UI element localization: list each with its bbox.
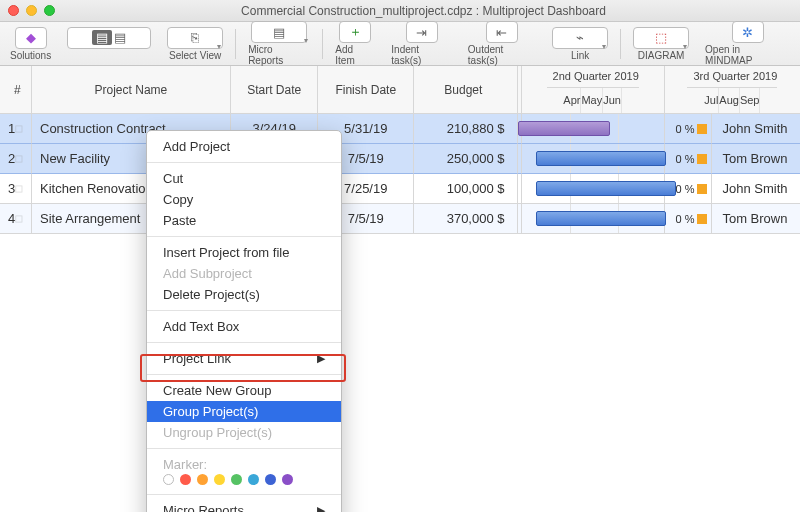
- micro-reports-button[interactable]: ▤ Micro Reports ▾: [244, 21, 314, 66]
- select-view-icon: ⎘: [167, 27, 223, 49]
- marker-none[interactable]: [163, 474, 174, 485]
- marker-green[interactable]: [231, 474, 242, 485]
- toolbar-separator: [322, 29, 323, 59]
- gantt-cell[interactable]: [522, 114, 665, 144]
- owner-cell: John Smith: [712, 174, 800, 204]
- gantt-bar[interactable]: [536, 181, 676, 196]
- table-row[interactable]: 2 New Facility 7/5/19 250,000 $ 0 % Tom …: [0, 144, 800, 174]
- ctx-copy[interactable]: Copy: [147, 189, 341, 210]
- progress-cell: 0 %: [665, 114, 713, 144]
- link-button[interactable]: ⌁ Link ▾: [548, 27, 612, 61]
- mindmap-icon: ✲: [732, 21, 764, 43]
- ctx-marker-colors: [147, 472, 341, 489]
- ctx-delete-project[interactable]: Delete Project(s): [147, 284, 341, 305]
- submenu-arrow-icon: ▶: [317, 504, 325, 512]
- owner-cell: John Smith: [712, 114, 800, 144]
- owner-cell: Tom Brown: [712, 204, 800, 234]
- marker-blue[interactable]: [265, 474, 276, 485]
- diagram-icon: ⬚: [633, 27, 689, 49]
- outdent-button[interactable]: ⇤ Outdent task(s): [464, 21, 540, 66]
- gantt-cell[interactable]: [522, 144, 665, 174]
- table-row[interactable]: 1 Construction Contract 3/24/19 5/31/19 …: [0, 114, 800, 144]
- row-index: 4: [0, 204, 32, 234]
- ctx-micro-reports[interactable]: Micro Reports▶: [147, 500, 341, 512]
- gantt-bar[interactable]: [536, 151, 666, 166]
- flag-icon: [697, 154, 707, 164]
- marker-teal[interactable]: [248, 474, 259, 485]
- row-index: 2: [0, 144, 32, 174]
- marker-purple[interactable]: [282, 474, 293, 485]
- svg-rect-1: [16, 155, 22, 161]
- progress-cell: 0 %: [665, 144, 713, 174]
- minimize-window-icon[interactable]: [26, 5, 37, 16]
- window-title: Commercial Construction_multiproject.cdp…: [55, 4, 792, 18]
- ctx-ungroup-projects: Ungroup Project(s): [147, 422, 341, 443]
- ctx-marker-label: Marker:: [147, 454, 341, 472]
- budget-cell[interactable]: 100,000 $: [414, 174, 518, 204]
- table-row[interactable]: 3 Kitchen Renovation 7/25/19 100,000 $ 0…: [0, 174, 800, 204]
- svg-rect-0: [16, 125, 22, 131]
- chevron-down-icon: ▾: [217, 42, 221, 51]
- row-index: 3: [0, 174, 32, 204]
- solutions-button[interactable]: ◆ Solutions: [6, 27, 55, 61]
- table-row[interactable]: 4 Site Arrangement 7/5/19 370,000 $ 0 % …: [0, 204, 800, 234]
- marker-yellow[interactable]: [214, 474, 225, 485]
- col-header-q2[interactable]: 2nd Quarter 2019 Apr May Jun: [522, 66, 665, 114]
- window-titlebar: Commercial Construction_multiproject.cdp…: [0, 0, 800, 22]
- ctx-paste[interactable]: Paste: [147, 210, 341, 231]
- zoom-window-icon[interactable]: [44, 5, 55, 16]
- ctx-cut[interactable]: Cut: [147, 168, 341, 189]
- ctx-add-textbox[interactable]: Add Text Box: [147, 316, 341, 337]
- col-header-q3[interactable]: 3rd Quarter 2019 Jul Aug Sep: [665, 66, 800, 114]
- marker-red[interactable]: [180, 474, 191, 485]
- ctx-create-group[interactable]: Create New Group: [147, 380, 341, 401]
- flag-icon: [697, 124, 707, 134]
- owner-cell: Tom Brown: [712, 144, 800, 174]
- col-header-name[interactable]: Project Name: [32, 66, 231, 114]
- col-header-budget[interactable]: Budget: [414, 66, 518, 114]
- status-icon: [15, 123, 23, 135]
- ctx-add-subproject: Add Subproject: [147, 263, 341, 284]
- ctx-insert-from-file[interactable]: Insert Project from file: [147, 242, 341, 263]
- marker-orange[interactable]: [197, 474, 208, 485]
- select-view-button[interactable]: ⎘ Select View ▾: [163, 27, 227, 61]
- add-item-button[interactable]: ＋ Add Item: [331, 21, 379, 66]
- status-icon: [15, 153, 23, 165]
- svg-rect-3: [16, 215, 22, 221]
- outdent-icon: ⇤: [486, 21, 518, 43]
- view-mode-button[interactable]: ▤▤: [63, 27, 155, 61]
- open-mindmap-button[interactable]: ✲ Open in MINDMAP: [701, 21, 794, 66]
- context-menu: Add Project Cut Copy Paste Insert Projec…: [146, 130, 342, 512]
- view-mode-icon: ▤▤: [67, 27, 151, 49]
- table-header: # Project Name Start Date Finish Date Bu…: [0, 66, 800, 114]
- status-icon: [15, 213, 23, 225]
- svg-rect-2: [16, 185, 22, 191]
- micro-reports-icon: ▤: [251, 21, 307, 43]
- ctx-project-link[interactable]: Project Link▶: [147, 348, 341, 369]
- gantt-bar[interactable]: [518, 121, 610, 136]
- col-header-index[interactable]: #: [0, 66, 32, 114]
- budget-cell[interactable]: 210,880 $: [414, 114, 518, 144]
- row-index: 1: [0, 114, 32, 144]
- toolbar-separator: [235, 29, 236, 59]
- diagram-button[interactable]: ⬚ DIAGRAM ▾: [629, 27, 693, 61]
- indent-icon: ⇥: [406, 21, 438, 43]
- link-icon: ⌁: [552, 27, 608, 49]
- gantt-cell[interactable]: [522, 204, 665, 234]
- gantt-cell[interactable]: [522, 174, 665, 204]
- gantt-bar[interactable]: [536, 211, 666, 226]
- progress-cell: 0 %: [665, 204, 713, 234]
- submenu-arrow-icon: ▶: [317, 352, 325, 365]
- budget-cell[interactable]: 370,000 $: [414, 204, 518, 234]
- indent-button[interactable]: ⇥ Indent task(s): [387, 21, 456, 66]
- col-header-finish[interactable]: Finish Date: [318, 66, 414, 114]
- ctx-add-project[interactable]: Add Project: [147, 136, 341, 157]
- status-icon: [15, 183, 23, 195]
- budget-cell[interactable]: 250,000 $: [414, 144, 518, 174]
- solutions-icon: ◆: [15, 27, 47, 49]
- traffic-lights[interactable]: [8, 5, 55, 16]
- close-window-icon[interactable]: [8, 5, 19, 16]
- ctx-group-projects[interactable]: Group Project(s): [147, 401, 341, 422]
- col-header-start[interactable]: Start Date: [231, 66, 319, 114]
- flag-icon: [697, 184, 707, 194]
